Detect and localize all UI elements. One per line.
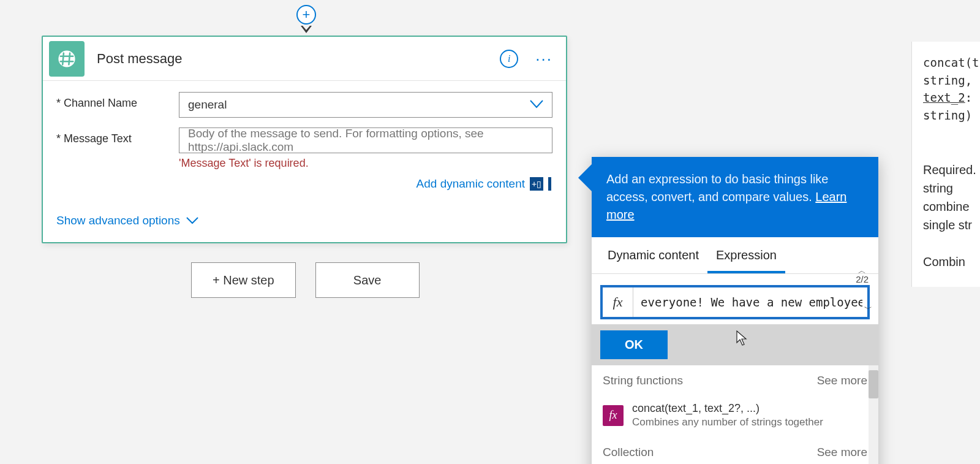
see-more-link[interactable]: See more (817, 374, 867, 387)
connector: + (298, 0, 314, 36)
show-advanced-options[interactable]: Show advanced options (43, 205, 566, 242)
doc-signature-line3-suffix: : (965, 91, 972, 104)
add-step-icon[interactable]: + (296, 5, 316, 25)
doc-signature-line1: concat(t (923, 54, 980, 72)
doc-req-2: string (923, 179, 980, 197)
info-icon[interactable]: i (500, 50, 518, 68)
svg-rect-0 (58, 50, 75, 67)
more-icon[interactable]: ··· (535, 51, 552, 67)
show-advanced-label: Show advanced options (56, 214, 180, 227)
section-title: String functions (603, 374, 683, 387)
scrollbar-thumb[interactable] (869, 370, 878, 398)
cursor-icon (735, 330, 748, 349)
dynamic-content-icon[interactable]: +▯ (530, 177, 543, 191)
doc-signature-line3: text_2 (923, 91, 965, 104)
next-match-icon[interactable]: ﹀ (864, 303, 872, 314)
expression-header-text: Add an expression to do basic things lik… (606, 172, 828, 203)
section-string-functions: String functions See more (592, 365, 878, 396)
ok-button[interactable]: OK (600, 330, 668, 359)
svg-line-2 (69, 53, 70, 64)
arrow-down-icon (300, 25, 312, 33)
slack-hash-icon (49, 41, 85, 77)
message-text-placeholder: Body of the message to send. For formatt… (188, 127, 543, 154)
fx-icon: fx (603, 287, 633, 317)
function-list: String functions See more fx concat(text… (592, 365, 878, 464)
function-title: concat(text_1, text_2?, ...) (632, 402, 823, 415)
doc-combine: Combin (923, 253, 980, 271)
doc-signature-line2: string, (923, 72, 980, 89)
function-desc: Combines any number of strings together (632, 416, 823, 428)
add-dynamic-content-link[interactable]: Add dynamic content (417, 177, 525, 191)
expression-header: Add an expression to do basic things lik… (592, 157, 878, 237)
section-title: Collection (603, 446, 654, 459)
card-title: Post message (97, 51, 500, 67)
dynamic-content-icon-accent (548, 177, 551, 191)
message-text-input[interactable]: Body of the message to send. For formatt… (179, 127, 552, 153)
function-concat[interactable]: fx concat(text_1, text_2?, ...) Combines… (592, 396, 878, 437)
see-more-link[interactable]: See more (817, 446, 867, 459)
channel-name-label: Channel Name (56, 92, 179, 110)
fx-badge-icon: fx (603, 405, 624, 426)
channel-name-select[interactable]: general (179, 92, 552, 118)
chevron-down-icon (530, 98, 543, 112)
match-counter: 2/2 (856, 274, 869, 284)
new-step-button[interactable]: + New step (191, 262, 296, 298)
doc-req-3: combine (923, 197, 980, 216)
section-collection: Collection See more (592, 437, 878, 464)
callout-pointer (578, 164, 592, 191)
tab-dynamic-content[interactable]: Dynamic content (599, 237, 707, 273)
save-button[interactable]: Save (315, 262, 420, 298)
scrollbar-track[interactable] (869, 365, 878, 464)
post-message-card: Post message i ··· Channel Name general … (42, 36, 567, 243)
message-text-error: 'Message Text' is required. (179, 157, 552, 170)
channel-name-value: general (188, 98, 227, 112)
doc-req-1: Required. (923, 161, 980, 179)
expression-input-wrap: ︿ 2/2 ﹀ fx everyone! We have a new emplo… (600, 285, 870, 319)
tab-expression[interactable]: Expression (707, 237, 785, 273)
expression-popup: Add an expression to do basic things lik… (592, 157, 878, 464)
expression-input[interactable]: everyone! We have a new employee: ', ) (633, 295, 862, 309)
message-text-label: Message Text (56, 127, 179, 145)
chevron-down-icon (186, 214, 198, 227)
doc-req-4: single str (923, 216, 980, 234)
svg-line-1 (62, 53, 64, 64)
card-header[interactable]: Post message i ··· (43, 37, 566, 81)
function-doc-panel: concat(t string, text_2: string) Require… (911, 42, 980, 287)
doc-signature-line4: string) (923, 107, 980, 124)
